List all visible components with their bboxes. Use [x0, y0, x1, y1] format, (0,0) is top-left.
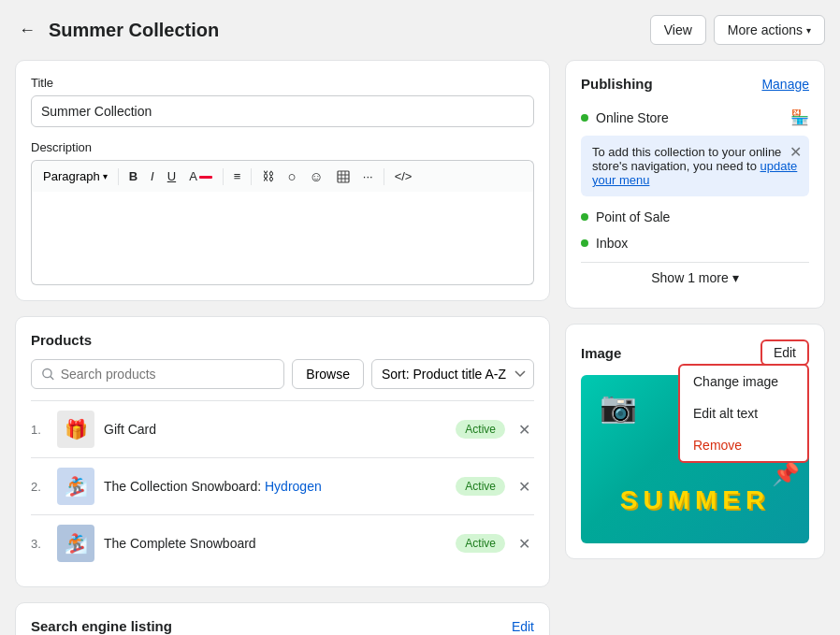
product-row: 2. 🏂 The Collection Snowboard: Hydrogen … — [31, 457, 534, 514]
show-more-button[interactable]: Show 1 more ▾ — [581, 262, 809, 293]
search-input-wrap — [31, 359, 284, 389]
remove-product-button[interactable]: ✕ — [514, 419, 534, 440]
toolbar-separator — [118, 168, 119, 185]
change-image-option[interactable]: Change image — [680, 366, 807, 397]
code-button[interactable]: </> — [389, 166, 418, 187]
align-button[interactable]: ≡ — [228, 166, 247, 187]
product-link[interactable]: Hydrogen — [265, 479, 322, 494]
right-column: Publishing Manage Online Store 🏪 To add … — [565, 60, 825, 559]
status-dot — [581, 114, 588, 122]
store-icon: 🏪 — [790, 108, 809, 126]
table-button[interactable] — [331, 166, 355, 187]
product-number: 1. — [31, 423, 48, 437]
status-badge: Active — [456, 477, 505, 496]
italic-button[interactable]: I — [145, 166, 160, 187]
product-thumbnail: 🎁 — [57, 411, 94, 448]
product-thumbnail: 🏂 — [57, 468, 94, 505]
description-toolbar: Paragraph ▾ B I U A ≡ ⛓ ○ ☺ — [31, 160, 534, 192]
remove-image-option[interactable]: Remove — [680, 429, 807, 461]
main-layout: Title Description Paragraph ▾ B I U A — [15, 60, 825, 635]
svg-rect-0 — [338, 171, 349, 182]
text-color-button[interactable]: A — [183, 166, 218, 187]
title-label: Title — [31, 76, 534, 90]
status-badge: Active — [456, 534, 505, 553]
paragraph-dropdown[interactable]: Paragraph ▾ — [37, 166, 113, 187]
product-name: Gift Card — [104, 422, 446, 437]
description-editor[interactable] — [31, 192, 534, 285]
status-badge: Active — [456, 420, 505, 439]
view-button[interactable]: View — [650, 15, 706, 45]
products-title: Products — [31, 332, 534, 348]
image-context-menu: Change image Edit alt text Remove — [678, 364, 809, 463]
header-actions: View More actions ▾ — [650, 15, 825, 45]
product-number: 2. — [31, 480, 48, 494]
seo-header: Search engine listing Edit — [31, 618, 534, 634]
header-left: ← Summer Collection — [15, 19, 219, 42]
more-format-button[interactable]: ··· — [357, 166, 379, 187]
svg-line-6 — [51, 377, 53, 380]
manage-link[interactable]: Manage — [761, 77, 809, 92]
chevron-icon: ▾ — [103, 171, 108, 181]
title-input[interactable] — [31, 95, 534, 127]
sort-select[interactable]: Sort: Product title A-Z — [371, 359, 534, 389]
description-label: Description — [31, 140, 534, 154]
more-actions-button[interactable]: More actions ▾ — [714, 15, 825, 45]
remove-product-button[interactable]: ✕ — [514, 476, 534, 498]
camera-icon: 📷 — [600, 389, 637, 425]
product-row: 1. 🎁 Gift Card Active ✕ — [31, 400, 534, 457]
channel-row-online-store: Online Store 🏪 — [581, 103, 809, 132]
toolbar-separator-3 — [251, 168, 252, 185]
search-icon — [41, 367, 55, 382]
left-column: Title Description Paragraph ▾ B I U A — [15, 60, 550, 635]
bold-button[interactable]: B — [123, 166, 143, 187]
image-title: Image — [581, 345, 621, 361]
product-number: 3. — [31, 537, 48, 551]
product-name: The Collection Snowboard: Hydrogen — [104, 479, 446, 494]
channel-row-inbox: Inbox — [581, 230, 809, 256]
product-thumbnail: 🏂 — [57, 525, 94, 562]
channel-name: Inbox — [596, 236, 809, 251]
channel-name: Online Store — [596, 110, 783, 125]
remove-product-button[interactable]: ✕ — [514, 533, 534, 555]
page-container: ← Summer Collection View More actions ▾ … — [0, 0, 840, 635]
product-name: The Complete Snowboard — [104, 536, 446, 551]
edit-alt-text-option[interactable]: Edit alt text — [680, 397, 807, 429]
publishing-card: Publishing Manage Online Store 🏪 To add … — [565, 60, 825, 309]
link-button[interactable]: ⛓ — [256, 166, 280, 187]
browse-button[interactable]: Browse — [292, 359, 364, 389]
page-header: ← Summer Collection View More actions ▾ — [15, 15, 825, 45]
edit-image-button[interactable]: Edit — [760, 339, 809, 366]
summer-text: SUMMER — [620, 485, 770, 515]
publishing-header: Publishing Manage — [581, 76, 809, 92]
chevron-down-icon: ▾ — [732, 270, 739, 285]
product-row: 3. 🏂 The Complete Snowboard Active ✕ — [31, 514, 534, 571]
chevron-down-icon: ▾ — [806, 25, 811, 36]
page-title: Summer Collection — [49, 20, 219, 41]
channel-row-pos: Point of Sale — [581, 204, 809, 230]
search-input[interactable] — [61, 360, 275, 388]
decoration-icon-2: 📌 — [772, 461, 800, 487]
info-close-button[interactable]: ✕ — [789, 143, 802, 161]
emoji-circle-button[interactable]: ○ — [282, 165, 301, 188]
seo-title: Search engine listing — [31, 618, 172, 634]
back-button[interactable]: ← — [15, 19, 39, 42]
image-card: Image Edit Change image Edit alt text Re… — [565, 324, 825, 559]
underline-button[interactable]: U — [162, 166, 181, 187]
products-search-row: Browse Sort: Product title A-Z — [31, 359, 534, 389]
image-header: Image Edit — [581, 339, 809, 366]
toolbar-separator-4 — [384, 168, 384, 185]
seo-card: Search engine listing Edit Add a descrip… — [15, 602, 550, 635]
emoji-smiley-button[interactable]: ☺ — [303, 165, 328, 188]
seo-edit-link[interactable]: Edit — [512, 619, 534, 634]
products-card: Products Browse Sort: Product title A-Z — [15, 316, 550, 587]
channel-name: Point of Sale — [596, 209, 809, 224]
title-description-card: Title Description Paragraph ▾ B I U A — [15, 60, 550, 301]
toolbar-separator-2 — [223, 168, 224, 185]
info-box: To add this collection to your online st… — [581, 136, 809, 196]
status-dot — [581, 213, 588, 221]
publishing-title: Publishing — [581, 76, 653, 92]
status-dot — [581, 239, 588, 247]
